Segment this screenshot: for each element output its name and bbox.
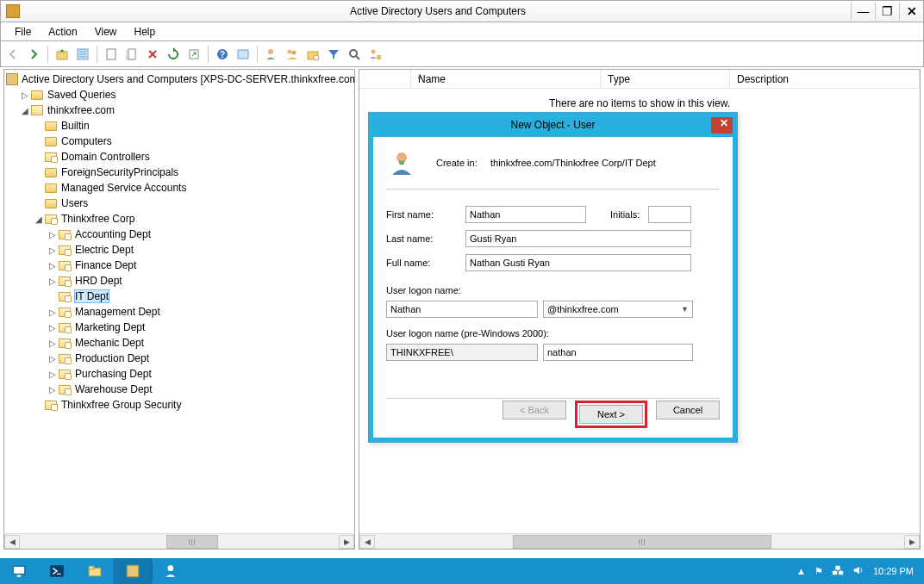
task-powershell[interactable] — [38, 558, 76, 584]
tree-dept-management[interactable]: Management Dept — [75, 306, 160, 318]
tree-dept-purchasing[interactable]: Purchasing Dept — [75, 368, 152, 380]
maximize-button[interactable]: ❐ — [875, 3, 899, 20]
tree-dept-marketing[interactable]: Marketing Dept — [75, 321, 145, 333]
expander-icon[interactable]: ◢ — [34, 214, 44, 224]
tree-dept-finance[interactable]: Finance Dept — [75, 259, 136, 271]
task-server-manager[interactable] — [0, 558, 38, 584]
tree-msa[interactable]: Managed Service Accounts — [61, 182, 186, 194]
expander-icon[interactable]: ▷ — [47, 261, 58, 270]
tree-computers[interactable]: Computers — [61, 135, 112, 147]
col-type[interactable]: Type — [601, 70, 730, 88]
tree-builtin[interactable]: Builtin — [61, 120, 90, 132]
ou-icon — [59, 339, 71, 348]
full-name-label: Full name: — [386, 258, 465, 268]
logon-2000-input[interactable] — [543, 344, 693, 361]
tree-dept-warehouse[interactable]: Warehouse Dept — [75, 383, 153, 395]
expander-icon[interactable]: ▷ — [47, 308, 58, 317]
close-button[interactable]: ✕ — [899, 3, 923, 20]
properties-icon[interactable] — [74, 46, 91, 63]
scroll-right-icon[interactable]: ▶ — [339, 535, 354, 549]
task-explorer[interactable] — [76, 558, 114, 584]
col-description[interactable]: Description — [730, 70, 920, 88]
scroll-right-icon[interactable]: ▶ — [904, 535, 920, 549]
menu-view[interactable]: View — [86, 24, 126, 40]
tree-domain-controllers[interactable]: Domain Controllers — [61, 151, 150, 163]
delete-icon[interactable] — [144, 46, 161, 63]
copy-icon[interactable] — [123, 46, 140, 63]
task-aduc[interactable] — [114, 558, 152, 584]
new-ou-icon[interactable] — [304, 46, 322, 63]
expander-icon[interactable]: ▷ — [47, 370, 58, 379]
tree[interactable]: Active Directory Users and Computers [XP… — [4, 70, 354, 533]
tree-thinkxfree-corp[interactable]: Thinkxfree Corp — [61, 213, 134, 225]
export-icon[interactable] — [185, 46, 203, 63]
tray-expand-icon[interactable]: ▲ — [796, 566, 806, 576]
next-button[interactable]: Next > — [579, 405, 643, 424]
last-name-input[interactable] — [465, 230, 691, 247]
svg-point-16 — [350, 50, 357, 57]
menu-file[interactable]: File — [6, 24, 40, 40]
expander-icon[interactable]: ▷ — [47, 385, 58, 395]
initials-input[interactable] — [648, 206, 691, 223]
tree-users[interactable]: Users — [61, 197, 88, 209]
new-group-icon[interactable] — [284, 46, 301, 63]
minimize-button[interactable]: — — [851, 3, 875, 20]
separator — [97, 46, 97, 63]
logon-name-input[interactable] — [386, 301, 538, 318]
expander-icon[interactable]: ▷ — [47, 230, 58, 239]
expander-icon[interactable]: ▷ — [20, 90, 30, 100]
folder-icon — [45, 137, 57, 146]
empty-message: There are no items to show in this view. — [359, 97, 920, 109]
tree-dept-accounting[interactable]: Accounting Dept — [75, 228, 151, 240]
add-to-group-icon[interactable] — [366, 46, 384, 63]
full-name-input[interactable] — [465, 254, 691, 271]
tree-root[interactable]: Active Directory Users and Computers [XP… — [22, 73, 354, 85]
svg-rect-19 — [377, 55, 381, 59]
tree-dept-it[interactable]: IT Dept — [75, 290, 109, 302]
expander-icon[interactable]: ▷ — [47, 245, 58, 255]
initials-label: Initials: — [610, 209, 648, 220]
tree-hscrollbar[interactable]: ◀ ||| ▶ — [4, 533, 354, 549]
find-icon[interactable] — [234, 46, 252, 63]
back-button[interactable]: < Back — [503, 401, 566, 419]
menu-action[interactable]: Action — [40, 24, 85, 40]
scroll-left-icon[interactable]: ◀ — [4, 535, 20, 549]
tree-domain[interactable]: thinkxfree.com — [47, 104, 115, 116]
upn-suffix-select[interactable]: @thinkxfree.com ▼ — [543, 301, 693, 318]
tree-dept-hrd[interactable]: HRD Dept — [75, 275, 122, 287]
expander-icon[interactable]: ▷ — [47, 323, 58, 332]
up-icon[interactable] — [53, 46, 71, 63]
refresh-icon[interactable] — [165, 46, 182, 63]
volume-icon[interactable] — [852, 564, 865, 578]
tree-group-security[interactable]: Thinkxfree Group Security — [61, 399, 181, 411]
back-icon[interactable] — [4, 46, 22, 63]
ou-icon — [45, 152, 57, 162]
new-user-icon[interactable] — [263, 46, 280, 63]
expander-icon[interactable]: ▷ — [47, 276, 58, 286]
expander-icon[interactable]: ▷ — [47, 354, 58, 363]
col-name[interactable]: Name — [411, 70, 601, 88]
tree-saved-queries[interactable]: Saved Queries — [47, 89, 116, 101]
dialog-title-bar[interactable]: New Object - User ✕ — [369, 113, 737, 137]
tree-dept-production[interactable]: Production Dept — [75, 352, 149, 364]
scroll-left-icon[interactable]: ◀ — [359, 535, 375, 549]
dialog-close-button[interactable]: ✕ — [711, 113, 737, 134]
menu-help[interactable]: Help — [126, 24, 165, 40]
tree-dept-electric[interactable]: Electric Dept — [75, 244, 134, 256]
help-icon[interactable]: ? — [214, 46, 231, 63]
first-name-input[interactable] — [465, 206, 586, 223]
flag-icon[interactable]: ⚑ — [815, 566, 823, 577]
cut-icon[interactable] — [103, 46, 120, 63]
filter-icon[interactable] — [325, 46, 342, 63]
list-hscrollbar[interactable]: ◀ ||| ▶ — [359, 533, 920, 549]
task-mmc[interactable] — [153, 558, 190, 584]
forward-icon[interactable] — [25, 46, 42, 63]
network-icon[interactable] — [832, 564, 844, 578]
clock[interactable]: 10:29 PM — [873, 566, 914, 576]
search-icon[interactable] — [346, 46, 363, 63]
expander-icon[interactable]: ◢ — [20, 106, 30, 115]
tree-fsp[interactable]: ForeignSecurityPrincipals — [61, 166, 178, 178]
expander-icon[interactable]: ▷ — [47, 339, 58, 348]
tree-dept-mechanic[interactable]: Mechanic Dept — [75, 337, 144, 349]
cancel-button[interactable]: Cancel — [656, 401, 720, 419]
